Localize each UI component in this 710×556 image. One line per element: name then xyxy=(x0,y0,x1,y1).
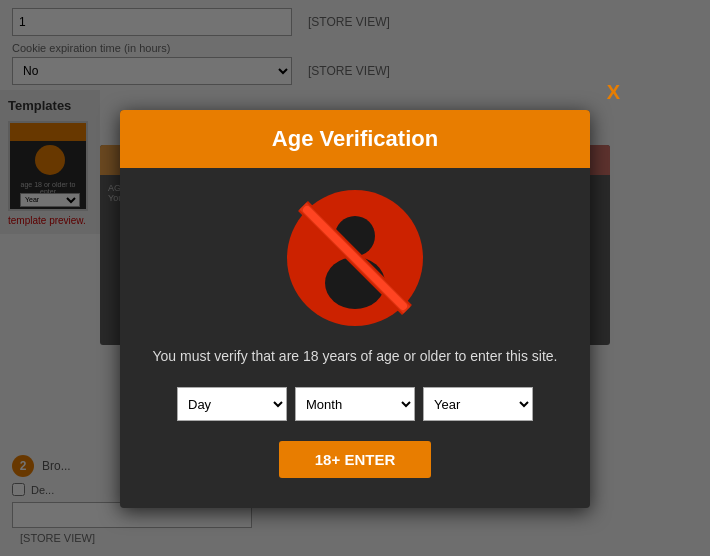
modal-body-text: You must verify that are 18 years of age… xyxy=(153,346,558,367)
age-verification-modal: Age Verification You must verify that ar… xyxy=(120,110,590,508)
close-button[interactable]: X xyxy=(607,82,620,102)
day-select[interactable]: Day 12345 678910 1112131415 1617181920 2… xyxy=(177,387,287,421)
modal-title: Age Verification xyxy=(140,126,570,152)
enter-button[interactable]: 18+ ENTER xyxy=(279,441,431,478)
month-select[interactable]: Month JanuaryFebruaryMarch AprilMayJune … xyxy=(295,387,415,421)
age-verification-icon xyxy=(285,188,425,328)
year-select[interactable]: Year 2006200520042003 2002200120001999 1… xyxy=(423,387,533,421)
date-selector-row: Day 12345 678910 1112131415 1617181920 2… xyxy=(177,387,533,421)
modal-header: Age Verification xyxy=(120,110,590,168)
modal-body: You must verify that are 18 years of age… xyxy=(120,168,590,508)
